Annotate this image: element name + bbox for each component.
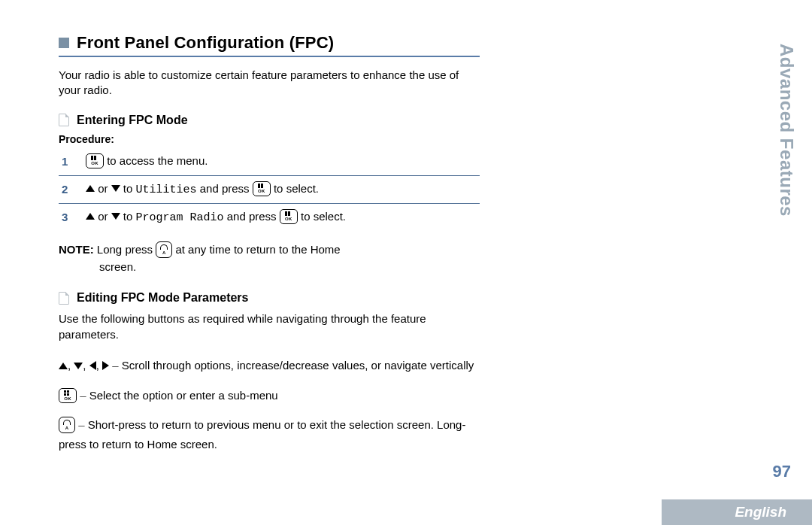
section2-title: Editing FPC Mode Parameters	[77, 291, 249, 305]
control-description: , , , – Scroll through options, increase…	[59, 356, 480, 375]
step-text: to select.	[271, 182, 319, 195]
content-column: Front Panel Configuration (FPC) Your rad…	[59, 33, 480, 464]
step-text: to	[120, 210, 136, 223]
up-arrow-icon	[86, 213, 95, 220]
step-number: 1	[59, 148, 83, 176]
section2-intro: Use the following buttons as required wh…	[59, 311, 480, 342]
procedure-steps: 1 OK to access the menu. 2 or to Utiliti…	[59, 148, 480, 231]
language-label: English	[735, 504, 786, 520]
step-number: 3	[59, 203, 83, 231]
section1-title: Entering FPC Mode	[77, 114, 188, 127]
ok-key-icon: OK	[253, 181, 271, 196]
step-text: or	[95, 182, 111, 195]
page-icon	[59, 114, 69, 126]
down-arrow-icon	[111, 213, 120, 220]
h2-row: Editing FPC Mode Parameters	[59, 291, 480, 305]
page-number: 97	[773, 462, 791, 481]
step-row: 3 or to Program Radio and press OK to se…	[59, 203, 480, 231]
step-text: to select.	[298, 210, 346, 223]
ok-key-icon: OK	[86, 153, 104, 168]
ok-key-label: OK	[64, 396, 71, 401]
step-content: or to Utilities and press OK to select.	[83, 175, 480, 203]
procedure-label: Procedure:	[59, 133, 480, 145]
left-arrow-icon	[89, 361, 96, 370]
manual-page: Front Panel Configuration (FPC) Your rad…	[0, 0, 812, 525]
menu-name: Utilities	[136, 184, 197, 196]
side-tab-label: Advanced Features	[776, 44, 797, 217]
step-text: and press	[197, 182, 253, 195]
control-description: OK – Select the option or enter a sub-me…	[59, 386, 480, 405]
note-block: NOTE: Long press A at any time to return…	[59, 241, 480, 275]
control-description: A – Short-press to return to previous me…	[59, 415, 480, 454]
back-key-label: A	[162, 250, 165, 255]
menu-name: Program Radio	[136, 211, 224, 224]
h2-row: Entering FPC Mode	[59, 114, 480, 127]
square-bullet-icon	[59, 38, 69, 48]
page-icon	[59, 292, 69, 305]
h1-row: Front Panel Configuration (FPC)	[59, 33, 480, 57]
intro-paragraph: Your radio is able to customize certain …	[59, 68, 480, 99]
right-arrow-icon	[102, 361, 109, 370]
control-text: Short-press to return to previous menu o…	[59, 418, 465, 451]
control-text: Scroll through options, increase/decreas…	[122, 359, 474, 372]
up-arrow-icon	[86, 185, 95, 192]
sep: ,	[68, 359, 74, 372]
note-text: Long press	[94, 243, 156, 256]
ok-key-label: OK	[258, 189, 265, 193]
dash: –	[75, 418, 88, 431]
dash: –	[109, 359, 122, 372]
step-number: 2	[59, 175, 83, 203]
language-bar: English	[662, 499, 812, 525]
step-content: OK to access the menu.	[83, 148, 480, 176]
control-text: Select the option or enter a sub-menu	[89, 389, 278, 402]
step-row: 1 OK to access the menu.	[59, 148, 480, 176]
step-text: to	[120, 182, 136, 195]
back-key-label: A	[65, 426, 68, 430]
note-text: at any time to return to the Home	[172, 243, 340, 256]
sep: ,	[83, 359, 89, 372]
dash: –	[77, 389, 89, 402]
step-row: 2 or to Utilities and press OK to select…	[59, 175, 480, 203]
note-text-cont: screen.	[99, 259, 480, 275]
up-arrow-icon	[59, 363, 68, 369]
back-key-icon: A	[156, 241, 172, 258]
down-arrow-icon	[74, 363, 83, 369]
down-arrow-icon	[111, 185, 120, 192]
step-text: or	[95, 210, 111, 223]
back-key-icon: A	[59, 417, 75, 433]
ok-key-label: OK	[285, 217, 292, 221]
note-label: NOTE:	[59, 243, 94, 256]
sep: ,	[96, 359, 102, 372]
ok-key-label: OK	[91, 161, 98, 165]
step-content: or to Program Radio and press OK to sele…	[83, 203, 480, 231]
step-text: and press	[224, 210, 280, 223]
ok-key-icon: OK	[59, 388, 77, 403]
page-title: Front Panel Configuration (FPC)	[77, 33, 334, 53]
ok-key-icon: OK	[280, 209, 298, 224]
step-text: to access the menu.	[104, 154, 208, 167]
